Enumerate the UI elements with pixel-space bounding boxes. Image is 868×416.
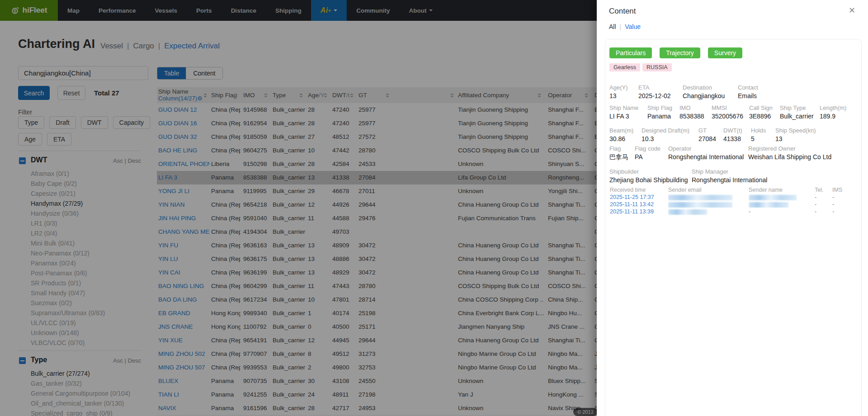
received-time-link[interactable]: 2025-11-11 13:39 — [610, 208, 668, 215]
field-label: Ship Type — [780, 104, 817, 111]
field-value: Rongshengtai International — [668, 153, 745, 161]
masked-email — [668, 209, 707, 215]
field-label: Call Sign — [749, 104, 777, 111]
tag-gearless: Gearless — [609, 63, 640, 71]
masked-name — [749, 202, 788, 208]
field-label: Length(m) — [820, 104, 855, 111]
field-label: Destination — [683, 84, 735, 91]
emails-col-header: IMS — [832, 186, 858, 194]
emails-col-header: Tel. — [815, 186, 832, 194]
field-shipbuilder: ShipbuilderZhejiang Bohai Shipbuilding — [609, 168, 692, 184]
scope-separator: | — [620, 23, 622, 30]
field-group: Ship NameLI FA 3Ship FlagPanamaIMO853838… — [609, 104, 858, 120]
field-value: 41338 — [723, 135, 748, 143]
scope-value[interactable]: Value — [625, 23, 641, 30]
field-contact: ContactEmails — [738, 84, 858, 100]
field-value: 27084 — [698, 135, 721, 143]
field-eta: ETA2025-12-02 — [638, 84, 683, 100]
field-registered-owner: Registered OwnerWeishan Lifa Shipping Co… — [748, 145, 858, 161]
tel-cell: - — [815, 194, 832, 201]
field-label: Contact — [738, 84, 855, 91]
field-value: 巴拿马 — [609, 153, 632, 161]
field-ship-manager: Ship ManagerRongshengtai International — [692, 168, 858, 184]
field-label: IMO — [679, 104, 709, 111]
field-label: Ship Manager — [692, 168, 855, 175]
tel-cell: - — [815, 208, 832, 215]
sender-name-cell — [749, 194, 815, 201]
field-label: Shipbuilder — [609, 168, 689, 175]
field-label: Ship Name — [609, 104, 645, 111]
sender-email-cell — [668, 201, 749, 208]
particulars-button[interactable]: Particulars — [609, 47, 652, 58]
field-label: Designed Draft(m) — [642, 127, 696, 134]
field-label: Ship Flag — [647, 104, 677, 111]
app-root: hiFleet MapPerformanceVesselsPortsDistan… — [0, 0, 868, 416]
field-value: Bulk_carrier — [780, 113, 817, 120]
name-dash: - — [749, 208, 750, 215]
field-value: 189.9 — [820, 113, 855, 120]
field-ship-flag: Ship FlagPanama — [647, 104, 679, 120]
field-value: 2025-12-02 — [638, 92, 680, 100]
field-group: Beam(m)30.86Designed Draft(m)10.3GT27084… — [609, 127, 858, 143]
field-flag-code: Flag codePA — [635, 145, 668, 161]
email-row: 2025-11-11 13:39--- — [610, 208, 858, 215]
field-value: Emails — [738, 92, 855, 100]
emails-table: Received timeSender emailSender nameTel.… — [610, 186, 858, 215]
ims-cell: - — [832, 194, 858, 201]
field-gt: GT27084 — [698, 127, 723, 143]
field-value: LI FA 3 — [609, 113, 645, 120]
field-label: MMSI — [712, 104, 746, 111]
field-ship-name: Ship NameLI FA 3 — [609, 104, 647, 120]
tel-cell: - — [815, 201, 832, 208]
field-imo: IMO8538388 — [679, 104, 712, 120]
field-value: 13 — [775, 135, 855, 143]
field-value: 8538388 — [679, 113, 709, 120]
trajectory-button[interactable]: Trajectory — [660, 47, 700, 58]
drawer-title: Content — [609, 7, 636, 16]
field-label: Flag code — [635, 145, 665, 152]
field-label: Age(Y) — [609, 84, 636, 91]
content-drawer: Content ✕ All|Value ParticularsTrajector… — [597, 0, 868, 416]
masked-email — [668, 195, 732, 200]
email-row: 2025-11-11 13:42-- — [610, 201, 858, 208]
scope-all[interactable]: All — [609, 23, 616, 30]
field-value: Panama — [647, 113, 677, 120]
masked-name — [749, 195, 797, 200]
sender-email-cell — [668, 208, 749, 215]
field-label: Registered Owner — [748, 145, 855, 152]
emails-col-header: Received time — [610, 186, 668, 194]
field-group: Flag巴拿马Flag codePAOperatorRongshengtai I… — [609, 145, 858, 161]
close-icon[interactable]: ✕ — [849, 6, 855, 15]
field-value: Rongshengtai International — [692, 176, 855, 184]
detail-card: ParticularsTrajectorySurvery GearlessRUS… — [605, 39, 862, 416]
field-ship-type: Ship TypeBulk_carrier — [780, 104, 820, 120]
tag-russia: RUSSIA — [642, 63, 672, 71]
field-age-y-: Age(Y)13 — [609, 84, 638, 100]
field-value: Weishan Lifa Shipping Co Ltd — [748, 153, 855, 161]
emails-col-header: Sender name — [749, 186, 815, 194]
field-value: 3E8896 — [749, 113, 777, 120]
field-value: Changjiangkou — [683, 92, 735, 100]
survery-button[interactable]: Survery — [708, 47, 742, 58]
received-time-link[interactable]: 2025-11-11 13:42 — [610, 201, 668, 208]
field-value: Zhejiang Bohai Shipbuilding — [609, 176, 689, 184]
field-value: 30.86 — [609, 135, 639, 143]
field-value: PA — [635, 153, 665, 161]
received-time-link[interactable]: 2025-11-25 17:37 — [610, 194, 668, 201]
field-label: Operator — [668, 145, 745, 152]
field-dwt-t-: DWT(t)41338 — [723, 127, 751, 143]
field-group: ShipbuilderZhejiang Bohai ShipbuildingSh… — [609, 168, 858, 184]
masked-email — [668, 202, 732, 208]
sender-name-cell — [749, 201, 815, 208]
email-row: 2025-11-25 17:37-- — [610, 194, 858, 201]
field-value: 5 — [751, 135, 773, 143]
field-label: Flag — [609, 145, 632, 152]
field-value: 13 — [609, 92, 636, 100]
field-label: ETA — [638, 84, 680, 91]
emails-header-row: Received timeSender emailSender nameTel.… — [610, 186, 858, 194]
field-label: GT — [698, 127, 721, 134]
field-length-m-: Length(m)189.9 — [820, 104, 858, 120]
field-label: DWT(t) — [723, 127, 748, 134]
sender-name-cell: - — [749, 208, 815, 215]
field-destination: DestinationChangjiangkou — [683, 84, 738, 100]
